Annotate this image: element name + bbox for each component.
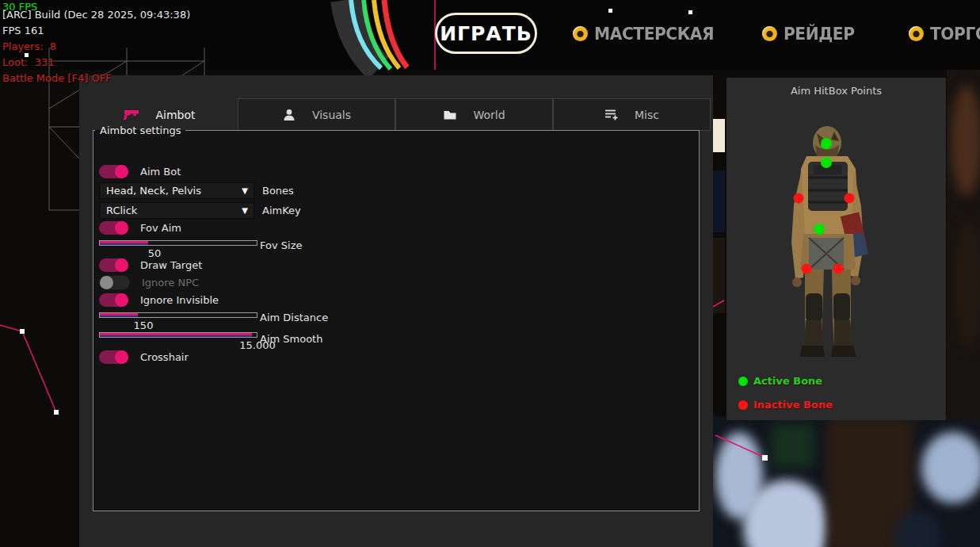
hitbox-panel-title: Aim HitBox Points [726,85,946,97]
tab-label: Visuals [312,109,351,121]
slider-label: Aim Distance [260,312,328,323]
select-value: Head, Neck, Pelvis [100,185,242,197]
play-button[interactable]: ИГРАТЬ [435,13,537,54]
cheat-menu-panel: Aimbot Visuals World [79,75,713,547]
fov-size-slider[interactable]: 50 [99,240,257,246]
aimkey-select[interactable]: RClick ▼ [99,202,254,219]
legend-label: Active Bone [753,375,822,387]
ignore-npc-toggle[interactable] [99,275,130,290]
aimbot-settings-section: Aimbot settings Aim Bot Head, Neck, Pelv… [93,124,700,511]
chevron-down-icon: ▼ [242,186,254,195]
battle-mode-status: Battle Mode [F4] OFF [2,71,190,86]
toggle-label: Ignore Invisible [140,294,219,306]
bones-select[interactable]: Head, Neck, Pelvis ▼ [99,182,254,199]
toggle-label: Ignore NPC [142,277,199,289]
bone-dot-neck[interactable] [821,157,832,168]
draw-target-toggle-row: Draw Target [99,258,202,272]
menu-item-workshop[interactable]: МАСТЕРСКАЯ [573,22,724,44]
legend-active-bone: Active Bone [738,375,822,387]
slider-value: 50 [148,247,162,259]
chevron-down-icon: ▼ [242,206,254,215]
slider-label: Fov Size [260,239,302,251]
menu-item-label: ТОРГО [930,24,980,44]
bone-dot-pelvis[interactable] [814,224,825,235]
slider-value: 150 [134,319,154,331]
bone-dot-head[interactable] [821,138,832,149]
bone-dot-right-thigh[interactable] [833,264,844,274]
character-model [726,101,946,395]
coin-icon [573,26,588,41]
fov-aim-toggle-row: Fov Aim [99,221,181,235]
tab-label: Misc [635,109,659,121]
playlist-add-icon [604,108,619,121]
toggle-label: Crosshair [140,351,189,363]
fps-label: FPS 161 [2,23,190,39]
menu-item-label: РЕЙДЕР [784,24,855,44]
draw-target-toggle[interactable] [99,258,128,272]
players-count: Players: 8 [2,39,190,55]
aim-distance-slider[interactable]: 150 [99,312,257,318]
inactive-bone-dot-icon [738,400,748,410]
aim-bot-toggle[interactable] [99,165,128,178]
coin-icon [762,26,777,41]
fov-aim-toggle[interactable] [99,221,128,235]
select-label: AimKey [262,205,301,216]
toggle-label: Fov Aim [140,222,181,234]
ignore-invisible-toggle-row: Ignore Invisible [99,293,219,307]
screen: 30 FPS [ARC] Build (Dec 28 2025, 09:43:3… [0,0,980,547]
toggle-label: Draw Target [140,259,202,271]
select-value: RClick [100,205,242,216]
build-info: [ARC] Build (Dec 28 2025, 09:43:38) [2,7,190,23]
menu-item-trade[interactable]: ТОРГО [909,22,980,44]
legend-label: Inactive Bone [753,399,833,411]
coin-icon [909,26,924,41]
toggle-label: Aim Bot [140,166,181,178]
gun-icon [124,109,139,121]
crosshair-toggle-row: Crosshair [99,350,189,364]
aim-smooth-slider[interactable]: 15.000 [99,332,257,338]
bone-dot-right-shoulder[interactable] [845,193,855,204]
slider-label: Aim Smooth [260,333,322,345]
legend-inactive-bone: Inactive Bone [738,399,833,411]
aim-bot-toggle-row: Aim Bot [99,165,181,178]
ignore-npc-toggle-row: Ignore NPC [99,276,199,289]
folder-icon [443,109,457,121]
menu-item-label: МАСТЕРСКАЯ [594,24,714,44]
tab-label: Aimbot [155,109,195,121]
tab-label: World [473,109,505,121]
crosshair-toggle[interactable] [99,350,128,364]
select-label: Bones [262,185,294,197]
bone-dot-left-shoulder[interactable] [794,193,804,204]
person-icon [282,109,296,121]
hud-debug-overlay: 30 FPS [ARC] Build (Dec 28 2025, 09:43:3… [2,0,190,79]
ignore-invisible-toggle[interactable] [99,293,128,307]
loot-count: Loot: 331 [2,55,190,71]
section-title: Aimbot settings [95,124,185,136]
bone-dot-left-thigh[interactable] [802,264,812,274]
menu-item-raider[interactable]: РЕЙДЕР [762,22,860,44]
hitbox-panel: Aim HitBox Points [726,78,946,420]
active-bone-dot-icon [738,377,748,386]
